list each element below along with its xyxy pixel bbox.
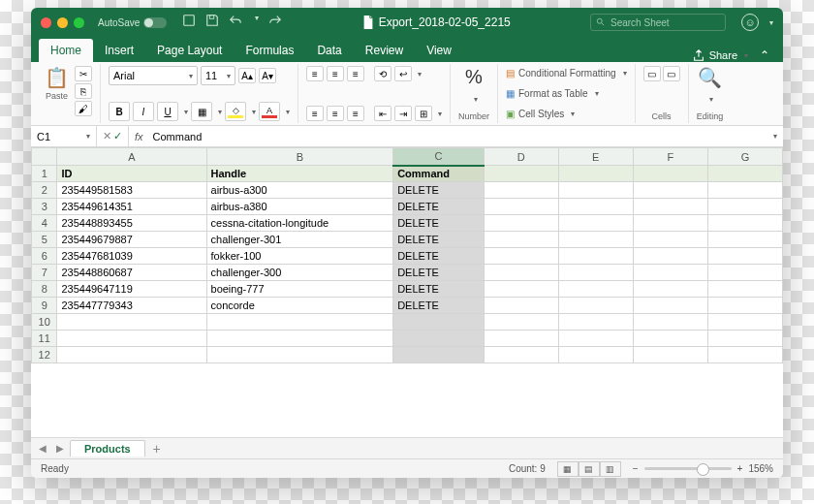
cell-A4[interactable]: 235448893455 [57,215,206,232]
cell-E5[interactable] [558,232,633,248]
maximize-window-button[interactable] [74,17,84,28]
row-header-8[interactable]: 8 [32,281,57,298]
cell-C6[interactable]: DELETE [393,248,485,265]
col-header-A[interactable]: A [57,148,206,166]
row-header-2[interactable]: 2 [32,182,57,199]
sheet-nav-next[interactable]: ▶ [52,441,68,457]
cell-A1[interactable]: ID [57,166,206,182]
cancel-formula-button[interactable]: ✕ [103,130,111,142]
borders-button[interactable]: ▦ [191,102,212,121]
cell-G2[interactable] [707,182,782,199]
cell-G11[interactable] [707,331,782,347]
tab-data[interactable]: Data [305,39,353,62]
close-window-button[interactable] [41,17,51,28]
cell-styles-button[interactable]: ▣Cell Styles▾ [506,107,627,121]
cell-D3[interactable] [484,199,558,215]
cell-A11[interactable] [57,331,206,347]
underline-dropdown[interactable]: ▾ [184,108,188,116]
cell-E3[interactable] [558,199,633,215]
cell-B2[interactable]: airbus-a300 [206,182,393,199]
align-right-button[interactable]: ≡ [347,106,364,121]
expand-formula-bar[interactable]: ▾ [767,132,783,141]
col-header-D[interactable]: D [484,148,558,166]
row-header-7[interactable]: 7 [32,265,57,281]
confirm-formula-button[interactable]: ✓ [113,130,122,142]
sheet-nav-prev[interactable]: ◀ [35,441,50,457]
cell-B1[interactable]: Handle [206,166,393,182]
increase-indent-button[interactable]: ⇥ [394,106,412,121]
cell-C7[interactable]: DELETE [393,265,485,281]
row-header-4[interactable]: 4 [32,215,57,232]
cell-F7[interactable] [633,265,707,281]
view-normal-button[interactable]: ▦ [557,461,579,477]
sheet-tab-products[interactable]: Products [70,440,145,457]
col-header-F[interactable]: F [633,148,707,166]
underline-button[interactable]: U [157,102,178,121]
cell-C1[interactable]: Command [393,166,485,182]
cell-G7[interactable] [707,265,782,281]
spreadsheet-grid[interactable]: ABCDEFG1IDHandleCommand2235449581583airb… [31,147,783,437]
fx-icon[interactable]: fx [129,131,149,142]
cell-F5[interactable] [633,232,707,248]
cell-G12[interactable] [707,347,782,363]
cell-G3[interactable] [707,199,782,215]
formula-input[interactable]: Command [149,131,765,142]
cell-A8[interactable]: 235449647119 [57,281,206,298]
cell-D11[interactable] [484,331,558,347]
row-header-6[interactable]: 6 [32,248,57,265]
row-header-9[interactable]: 9 [32,298,57,314]
cell-B10[interactable] [206,314,393,331]
cell-D5[interactable] [484,232,558,248]
increase-font-button[interactable]: A▴ [238,68,256,83]
cell-G10[interactable] [707,314,782,331]
cell-B8[interactable]: boeing-777 [206,281,393,298]
cell-F11[interactable] [633,331,707,347]
copy-button[interactable]: ⎘ [75,83,92,99]
col-header-B[interactable]: B [206,148,393,166]
font-name-select[interactable]: Arial▾ [109,66,198,85]
cell-E11[interactable] [558,331,633,347]
add-sheet-button[interactable]: + [147,441,167,457]
cell-E4[interactable] [558,215,633,232]
name-box[interactable]: C1▾ [31,126,97,146]
cell-C10[interactable] [393,314,485,331]
autosave-toggle[interactable]: AutoSave [98,17,167,28]
cell-F2[interactable] [633,182,707,199]
cell-F1[interactable] [633,166,707,182]
cell-C12[interactable] [393,347,485,363]
cell-E12[interactable] [558,347,633,363]
undo-icon[interactable] [229,14,242,31]
cell-A2[interactable]: 235449581583 [57,182,206,199]
find-icon[interactable]: 🔍 [698,66,722,89]
cell-D1[interactable] [484,166,558,182]
view-page-break-button[interactable]: ▥ [600,461,621,477]
row-header-5[interactable]: 5 [32,232,57,248]
cell-F8[interactable] [633,281,707,298]
cut-button[interactable]: ✂ [75,66,92,81]
row-header-12[interactable]: 12 [32,347,57,363]
tab-insert[interactable]: Insert [93,39,145,62]
cell-C4[interactable]: DELETE [393,215,485,232]
col-header-G[interactable]: G [707,148,782,166]
cell-A7[interactable]: 235448860687 [57,265,206,281]
feedback-button[interactable]: ☺ [741,14,759,31]
cell-D7[interactable] [484,265,558,281]
cell-D2[interactable] [484,182,558,199]
bold-button[interactable]: B [109,102,130,121]
collapse-ribbon-icon[interactable]: ⌃ [754,48,775,62]
redo-icon[interactable] [268,14,282,31]
cell-F12[interactable] [633,347,707,363]
cell-E10[interactable] [558,314,633,331]
decrease-indent-button[interactable]: ⇤ [374,106,391,121]
wrap-text-button[interactable]: ↩ [394,66,412,81]
view-page-layout-button[interactable]: ▤ [579,461,600,477]
delete-cells-button[interactable]: ▭ [663,66,680,81]
minimize-window-button[interactable] [57,17,68,28]
cell-B11[interactable] [206,331,393,347]
cell-B6[interactable]: fokker-100 [206,248,393,265]
insert-cells-button[interactable]: ▭ [643,66,661,81]
cell-E9[interactable] [558,298,633,314]
zoom-in-button[interactable]: + [737,463,743,474]
cell-A12[interactable] [57,347,206,363]
cell-A10[interactable] [57,314,206,331]
